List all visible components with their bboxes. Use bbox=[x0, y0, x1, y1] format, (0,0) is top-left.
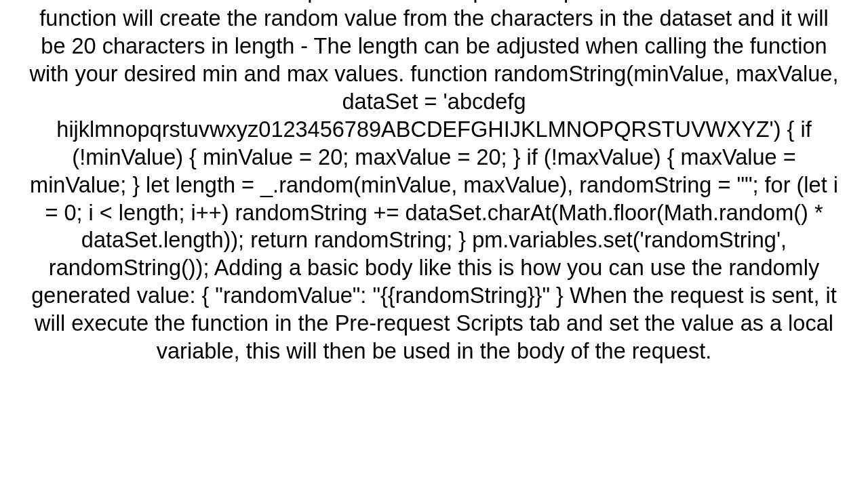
document-body: Answer 1: You can add scripts to the Pre… bbox=[14, 0, 854, 465]
